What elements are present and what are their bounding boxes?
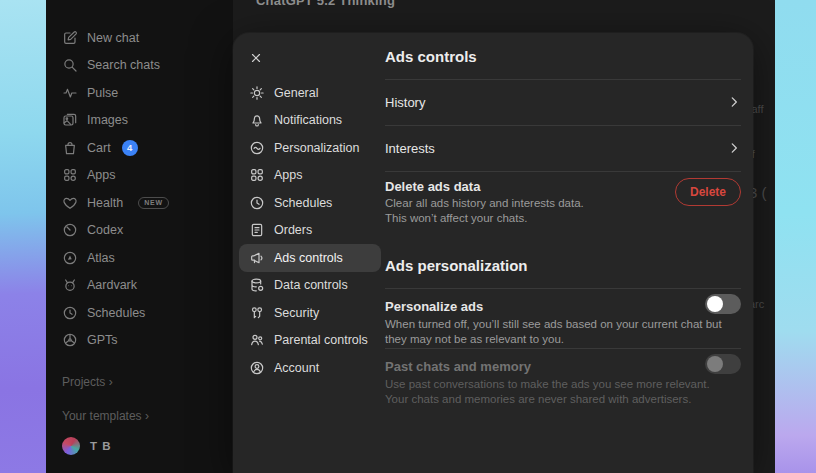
account-icon — [249, 360, 265, 376]
megaphone-icon — [249, 250, 265, 266]
screen: ChatGPT 5.2 Thinking New chat Search cha… — [0, 0, 816, 473]
history-row[interactable]: History — [385, 79, 741, 125]
clock-icon — [249, 195, 265, 211]
history-label: History — [385, 95, 425, 110]
settings-modal: General Notifications Personalization Ap… — [233, 33, 753, 473]
settings-tab-label: Personalization — [274, 141, 359, 155]
chevron-right-icon — [727, 141, 741, 155]
sidebar-item-aardvark[interactable]: Aardvark — [54, 272, 229, 300]
sidebar-item-label: Atlas — [87, 251, 115, 265]
atlas-icon — [62, 250, 78, 266]
settings-tab-orders[interactable]: Orders — [239, 217, 381, 245]
gear-icon — [249, 85, 265, 101]
keys-icon — [249, 305, 265, 321]
settings-tab-notifications[interactable]: Notifications — [239, 107, 381, 135]
sidebar: New chat Search chats Pulse Images Cart — [46, 0, 233, 473]
heart-icon — [62, 195, 78, 211]
sidebar-item-cart[interactable]: Cart 4 — [54, 134, 229, 162]
settings-tab-apps[interactable]: Apps — [239, 162, 381, 190]
pulse-icon — [62, 85, 78, 101]
sidebar-item-gpts[interactable]: GPTs — [54, 327, 229, 355]
settings-tab-personalization[interactable]: Personalization — [239, 134, 381, 162]
personalize-ads-description: When turned off, you’ll still see ads ba… — [385, 317, 725, 347]
settings-tab-parental-controls[interactable]: Parental controls — [239, 327, 381, 355]
settings-menu: General Notifications Personalization Ap… — [239, 79, 381, 382]
codex-icon — [62, 222, 78, 238]
settings-tab-label: Orders — [274, 223, 312, 237]
sidebar-item-label: Schedules — [87, 306, 145, 320]
sidebar-item-apps[interactable]: Apps — [54, 162, 229, 190]
delete-ads-data-description: Clear all ads history and interests data… — [385, 196, 585, 225]
sidebar-item-label: New chat — [87, 31, 139, 45]
settings-tab-schedules[interactable]: Schedules — [239, 189, 381, 217]
sidebar-item-health[interactable]: Health NEW — [54, 189, 229, 217]
settings-tab-label: Notifications — [274, 113, 342, 127]
sidebar-item-label: Health — [87, 196, 123, 210]
divider — [385, 171, 741, 172]
settings-tab-data-controls[interactable]: Data controls — [239, 272, 381, 300]
aardvark-icon — [62, 277, 78, 293]
past-chats-memory-description: Use past conversations to make the ads y… — [385, 377, 725, 407]
personalize-ads-toggle[interactable] — [705, 294, 741, 314]
apps-grid-icon — [62, 167, 78, 183]
sidebar-item-search-chats[interactable]: Search chats — [54, 52, 229, 80]
panel-title: Ads controls — [385, 48, 477, 65]
images-icon — [62, 112, 78, 128]
sidebar-section-your-templates[interactable]: Your templates › — [54, 409, 229, 425]
settings-tab-label: Parental controls — [274, 333, 368, 347]
delete-button[interactable]: Delete — [675, 178, 741, 206]
cart-count-badge: 4 — [122, 140, 138, 156]
sidebar-item-label: Apps — [87, 168, 116, 182]
sidebar-item-atlas[interactable]: Atlas — [54, 244, 229, 272]
user-profile[interactable]: T B — [62, 437, 112, 455]
gpts-icon — [62, 332, 78, 348]
chevron-right-icon — [727, 95, 741, 109]
delete-ads-data-title: Delete ads data — [385, 179, 480, 194]
sidebar-item-images[interactable]: Images — [54, 107, 229, 135]
divider — [385, 348, 741, 349]
settings-tab-label: General — [274, 86, 318, 100]
settings-tab-label: Ads controls — [274, 251, 343, 265]
sidebar-item-label: Codex — [87, 223, 123, 237]
sidebar-item-label: Search chats — [87, 58, 160, 72]
settings-tab-account[interactable]: Account — [239, 354, 381, 382]
bell-icon — [249, 112, 265, 128]
settings-tab-label: Security — [274, 306, 319, 320]
ads-personalization-title: Ads personalization — [385, 257, 528, 274]
settings-tab-label: Schedules — [274, 196, 332, 210]
past-chats-memory-label: Past chats and memory — [385, 359, 531, 374]
sidebar-item-schedules[interactable]: Schedules — [54, 299, 229, 327]
settings-tab-ads-controls[interactable]: Ads controls — [239, 244, 381, 272]
model-title[interactable]: ChatGPT 5.2 Thinking — [256, 0, 395, 8]
new-chat-icon — [62, 30, 78, 46]
sidebar-item-label: Images — [87, 113, 128, 127]
personalization-icon — [249, 140, 265, 156]
personalize-ads-label: Personalize ads — [385, 299, 483, 314]
interests-row[interactable]: Interests — [385, 125, 741, 171]
sidebar-item-label: GPTs — [87, 333, 118, 347]
interests-label: Interests — [385, 141, 435, 156]
ads-controls-panel: Ads controls History Interests Delete ad… — [385, 33, 741, 473]
sidebar-item-codex[interactable]: Codex — [54, 217, 229, 245]
sidebar-section-projects[interactable]: Projects › — [54, 375, 229, 391]
close-icon — [249, 51, 263, 65]
clock-icon — [62, 305, 78, 321]
sidebar-item-new-chat[interactable]: New chat — [54, 24, 229, 52]
close-button[interactable] — [245, 47, 267, 69]
settings-tab-security[interactable]: Security — [239, 299, 381, 327]
settings-tab-general[interactable]: General — [239, 79, 381, 107]
receipt-icon — [249, 222, 265, 238]
new-pill: NEW — [138, 197, 169, 209]
app-window: ChatGPT 5.2 Thinking New chat Search cha… — [46, 0, 775, 473]
settings-tab-label: Account — [274, 361, 319, 375]
sidebar-item-pulse[interactable]: Pulse — [54, 79, 229, 107]
user-name: T B — [90, 440, 112, 452]
divider — [385, 288, 741, 289]
search-icon — [62, 57, 78, 73]
sidebar-item-label: Pulse — [87, 86, 118, 100]
past-chats-memory-toggle[interactable] — [705, 354, 741, 374]
cart-icon — [62, 140, 78, 156]
database-icon — [249, 277, 265, 293]
avatar — [62, 437, 80, 455]
settings-tab-label: Apps — [274, 168, 303, 182]
